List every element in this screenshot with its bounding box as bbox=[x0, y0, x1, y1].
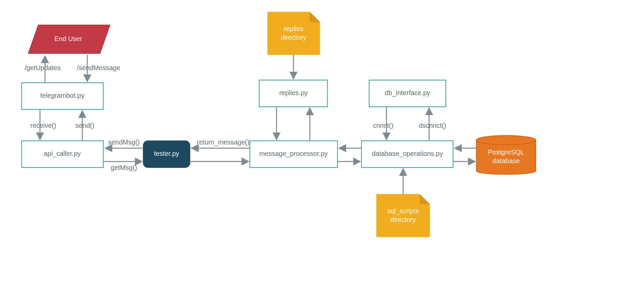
svg-marker-5 bbox=[310, 12, 320, 22]
tester-label: tester.py bbox=[154, 150, 179, 157]
edge-getmsg: getMsg() bbox=[111, 164, 137, 171]
edge-cnnct: cnnct() bbox=[373, 122, 393, 129]
replies-dir-line2: directory bbox=[281, 34, 307, 41]
end-user-node: End User bbox=[28, 25, 110, 53]
edge-sendmessage: /sendMessage bbox=[77, 64, 120, 71]
replies-directory-node: replies directory bbox=[268, 12, 320, 55]
end-user-label: End User bbox=[54, 35, 82, 42]
api-caller-node: api_caller.py bbox=[22, 141, 103, 168]
svg-point-12 bbox=[476, 135, 536, 145]
telegrambot-label: telegrambot.py bbox=[40, 92, 84, 99]
tester-node: tester.py bbox=[143, 141, 190, 168]
sql-dir-line1: sql_scripts bbox=[387, 207, 419, 215]
architecture-diagram: End User telegrambot.py api_caller.py te… bbox=[0, 0, 644, 307]
db-iface-label: db_interface.py bbox=[385, 89, 430, 97]
edge-getupdates: /getUpdates bbox=[25, 64, 61, 71]
edge-sendmsg: sendMsg() bbox=[108, 138, 140, 146]
edge-dscnnct: dscnnct() bbox=[419, 122, 446, 129]
db-ops-label: database_operations.py bbox=[372, 150, 443, 158]
database-operations-node: database_operations.py bbox=[361, 141, 453, 168]
pg-line2: database bbox=[492, 157, 520, 165]
message-processor-node: message_processor.py bbox=[250, 141, 337, 168]
msg-proc-label: message_processor.py bbox=[259, 150, 328, 158]
replies-label: replies.py bbox=[279, 89, 308, 96]
replies-node: replies.py bbox=[259, 80, 327, 107]
pg-line1: PostgreSQL bbox=[488, 148, 524, 156]
svg-marker-11 bbox=[420, 194, 430, 204]
edge-returnmsg: return_message() bbox=[197, 138, 250, 146]
edge-receive: receive() bbox=[30, 122, 56, 129]
api-caller-label: api_caller.py bbox=[44, 150, 81, 158]
replies-dir-line1: replies bbox=[284, 25, 304, 32]
postgres-node: PostgreSQL database bbox=[476, 135, 536, 175]
telegrambot-node: telegrambot.py bbox=[22, 83, 103, 109]
sql-dir-line2: directory bbox=[390, 216, 416, 223]
db-interface-node: db_interface.py bbox=[369, 80, 446, 107]
sql-scripts-directory-node: sql_scripts directory bbox=[376, 194, 430, 237]
edge-send: send() bbox=[76, 122, 95, 129]
